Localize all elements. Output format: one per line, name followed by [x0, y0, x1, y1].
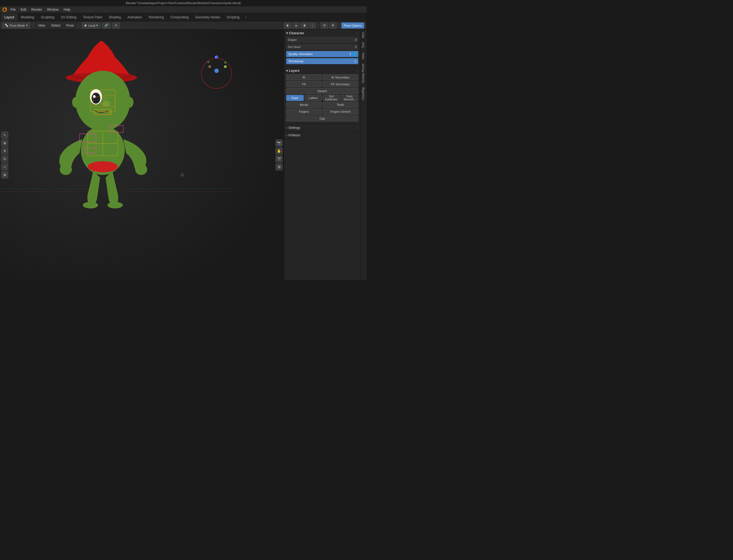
mode-select[interactable]: 🦴 Pose Mode ▾: [2, 22, 30, 29]
face-button[interactable]: Face: [286, 95, 304, 101]
mode-label: Pose Mode: [10, 24, 25, 27]
fk-button[interactable]: FK: [286, 81, 322, 87]
menu-render[interactable]: Render: [29, 7, 44, 12]
fingers-stretch-button[interactable]: Fingers Stretch: [323, 109, 358, 115]
tab-modeling[interactable]: Modeling: [18, 13, 38, 21]
tab-animation[interactable]: Animation: [124, 13, 145, 21]
blender-logo[interactable]: [2, 7, 8, 13]
tab-rendering[interactable]: Rendering: [145, 13, 167, 21]
pan-button[interactable]: ✋: [276, 147, 283, 154]
local-chevron: ▾: [96, 24, 98, 27]
grease-pencil-tab[interactable]: Grease Pencil: [361, 61, 366, 85]
settings-collapsible[interactable]: › Settings ···: [284, 124, 361, 132]
mode-icon: 🦴: [5, 24, 9, 27]
view-tab[interactable]: View: [361, 50, 366, 62]
hotkeys-collapsible[interactable]: › Hotkeys ···: [284, 132, 361, 139]
teeth-button[interactable]: Teeth: [323, 102, 358, 108]
tab-uv-editing[interactable]: UV Editing: [58, 13, 80, 21]
tab-sculpting[interactable]: Sculpting: [38, 13, 58, 21]
menu-edit[interactable]: Edit: [18, 7, 29, 12]
menu-window[interactable]: Window: [45, 7, 61, 12]
snap-button[interactable]: 🔗: [102, 22, 111, 29]
zoom-camera-button[interactable]: 📷: [276, 139, 283, 146]
evil-eyebrows-button[interactable]: Evil Eyebrows: [323, 95, 340, 101]
viewport-shading-1[interactable]: ◐: [284, 22, 292, 29]
layers-row-1: IK IK Secondary: [286, 74, 358, 80]
face-second-button[interactable]: Face Second...: [341, 95, 359, 101]
svg-point-17: [88, 161, 118, 172]
main-layout: User Perspective (1) RIG-Sprite: [0, 30, 366, 280]
ik-secondary-button[interactable]: IK Secondary: [323, 74, 358, 80]
cursor-tool[interactable]: ⊕: [1, 139, 8, 146]
fk-secondary-button[interactable]: FK Secondary: [323, 81, 358, 87]
stretch-button[interactable]: Stretch: [286, 88, 358, 94]
tab-geometry-nodes[interactable]: Geometry Nodes: [192, 13, 224, 21]
quality-animation-prop[interactable]: Quality: Animation 1 🌐: [286, 51, 358, 57]
tab-layout[interactable]: Layout: [1, 13, 18, 21]
toolbar-separator-2: [79, 23, 79, 28]
tab-compositing[interactable]: Compositing: [167, 13, 192, 21]
right-panel: ▾ Character ··· Diaper 0 Dot Seed 0: [284, 30, 361, 280]
title-text: Blender* [/media/tague/Project Files/Cre…: [126, 1, 241, 5]
pose-options-button[interactable]: Pose Options: [341, 22, 364, 29]
render-region-button[interactable]: 🎬: [276, 155, 283, 162]
scale-tool[interactable]: ⤢: [1, 163, 8, 170]
settings-label: Settings: [289, 126, 300, 130]
viewport-canvas[interactable]: User Perspective (1) RIG-Sprite: [0, 30, 284, 280]
settings-options[interactable]: ···: [356, 126, 358, 129]
select-tool[interactable]: ↖: [1, 131, 8, 138]
toolbar-separator-1: [33, 23, 33, 28]
viewport-3d[interactable]: User Perspective (1) RIG-Sprite: [0, 30, 284, 280]
transform-tool[interactable]: ⊞: [1, 171, 8, 178]
cap-button[interactable]: Cap: [286, 115, 358, 121]
dot-seed-prop[interactable]: Dot Seed 0: [286, 44, 358, 50]
viewport-left-tools: ↖ ⊕ ✛ ↻ ⤢ ⊞: [1, 131, 8, 178]
svg-point-19: [135, 164, 147, 175]
select-menu[interactable]: Select: [49, 23, 62, 28]
diaper-prop[interactable]: Diaper 0: [286, 37, 358, 43]
item-tab[interactable]: Item: [361, 30, 366, 40]
pose-menu[interactable]: Pose: [64, 23, 76, 28]
layers-chevron: ▾: [286, 69, 288, 73]
gizmos-button[interactable]: ⊕: [329, 22, 337, 29]
local-select[interactable]: ◉ Local ▾: [82, 22, 100, 29]
add-workspace-button[interactable]: +: [243, 14, 249, 20]
menu-file[interactable]: File: [8, 7, 18, 12]
quality-value: 1: [350, 52, 351, 56]
dot-seed-row: Dot Seed 0: [286, 44, 358, 50]
settings-chevron: ›: [286, 126, 287, 130]
diaper-row: Diaper 0: [286, 37, 358, 43]
layers-options[interactable]: ···: [356, 69, 358, 72]
ik-button[interactable]: IK: [286, 74, 322, 80]
character-chevron: ▾: [286, 31, 288, 35]
lattice-button[interactable]: Lattice: [305, 95, 322, 101]
shrinkwrap-value: 1: [355, 60, 356, 63]
tab-shading[interactable]: Shading: [106, 13, 124, 21]
overlays-button[interactable]: ⊟: [321, 22, 328, 29]
hotkeys-options[interactable]: ···: [356, 134, 358, 137]
svg-point-8: [75, 71, 130, 131]
menu-bar: File Edit Render Window Help: [0, 6, 366, 13]
viewport-right-tools: 📷 ✋ 🎬 ⊞: [276, 139, 283, 170]
view-menu[interactable]: View: [36, 23, 47, 28]
grid-button[interactable]: ⊞: [276, 163, 283, 170]
proportional-edit[interactable]: ⊙: [112, 22, 120, 29]
rotate-tool[interactable]: ↻: [1, 155, 8, 162]
tab-texture-paint[interactable]: Texture Paint: [80, 13, 106, 21]
viewport-shading-2[interactable]: ●: [293, 22, 300, 29]
move-tool[interactable]: ✛: [1, 147, 8, 154]
viewport-shading-4[interactable]: ○: [309, 22, 316, 29]
character-options[interactable]: ···: [356, 32, 358, 35]
menu-help[interactable]: Help: [61, 7, 73, 12]
tab-scripting[interactable]: Scripting: [224, 13, 243, 21]
header-toolbar: 🦴 Pose Mode ▾ View Select Pose ◉ Local ▾…: [0, 21, 366, 30]
layers-row-4: Face Lattice Evil Eyebrows Face Second..…: [286, 95, 358, 101]
fingers-button[interactable]: Fingers: [286, 109, 322, 115]
svg-point-20: [83, 202, 98, 208]
shrinkwrap-prop[interactable]: Shrinkwrap 1: [286, 58, 358, 64]
cloudrig-tab[interactable]: CloudRig: [361, 85, 366, 102]
viewport-shading-3[interactable]: ◑: [301, 22, 308, 29]
hotkeys-chevron: ›: [286, 133, 287, 137]
mouth-button[interactable]: Mouth: [286, 102, 322, 108]
tool-tab[interactable]: Tool: [361, 40, 366, 50]
